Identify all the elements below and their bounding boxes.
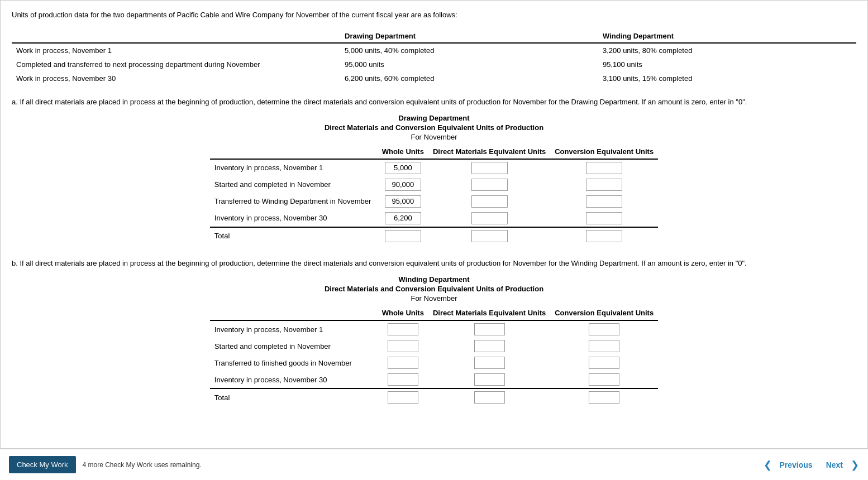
footer-remaining-text: 4 more Check My Work uses remaining. bbox=[83, 461, 202, 469]
section-a-total-dm[interactable] bbox=[471, 230, 508, 242]
section-a-row-4: Inventory in process, November 30 bbox=[210, 210, 658, 227]
section-b-col-dm: Direct Materials Equivalent Units bbox=[428, 307, 550, 320]
section-b-row4-dm[interactable] bbox=[474, 373, 505, 386]
winding-value: 3,100 units, 15% completed bbox=[598, 71, 856, 85]
section-b-row-1: Inventory in process, November 1 bbox=[210, 320, 658, 338]
section-a-row3-whole[interactable] bbox=[385, 195, 421, 208]
winding-dept-header: Winding Department bbox=[598, 30, 856, 43]
drawing-dept-header: Drawing Department bbox=[340, 30, 598, 43]
check-my-work-button[interactable]: Check My Work bbox=[9, 456, 76, 473]
section-a-row-2: Started and completed in November bbox=[210, 176, 658, 193]
drawing-value: 5,000 units, 40% completed bbox=[340, 43, 598, 57]
section-b-dept-title: Winding Department bbox=[12, 275, 856, 284]
section-b-instruction: b. If all direct materials are placed in… bbox=[12, 258, 856, 269]
previous-button[interactable]: Previous bbox=[774, 457, 818, 473]
next-chevron-icon: ❯ bbox=[851, 459, 859, 471]
section-a-row2-label: Started and completed in November bbox=[210, 176, 378, 193]
section-b-total-dm[interactable] bbox=[474, 391, 505, 404]
section-a-col-dm: Direct Materials Equivalent Units bbox=[428, 146, 550, 159]
section-a-row2-dm[interactable] bbox=[471, 179, 508, 191]
section-a-total-row: Total bbox=[210, 227, 658, 244]
row-label: Work in process, November 1 bbox=[12, 43, 340, 57]
section-b-row3-label: Transferred to finished goods in Novembe… bbox=[210, 354, 378, 371]
section-a-total-label: Total bbox=[210, 227, 378, 244]
drawing-value: 95,000 units bbox=[340, 57, 598, 71]
section-b-row1-conv[interactable] bbox=[589, 323, 619, 335]
table-row: Work in process, November 1 5,000 units,… bbox=[12, 43, 856, 57]
section-a-row4-conv[interactable] bbox=[586, 212, 622, 224]
section-b-row3-conv[interactable] bbox=[589, 357, 619, 369]
section-a-period: For November bbox=[12, 133, 856, 141]
winding-value: 95,100 units bbox=[598, 57, 856, 71]
section-b-row1-dm[interactable] bbox=[474, 323, 505, 335]
intro-text: Units of production data for the two dep… bbox=[12, 9, 856, 21]
section-a-row1-whole[interactable] bbox=[385, 162, 421, 174]
table-row: Completed and transferred to next proces… bbox=[12, 57, 856, 71]
section-a-row2-conv[interactable] bbox=[586, 179, 622, 191]
section-a-row-3: Transferred to Winding Department in Nov… bbox=[210, 193, 658, 210]
section-a-row1-conv[interactable] bbox=[586, 162, 622, 174]
section-b-row-2: Started and completed in November bbox=[210, 338, 658, 354]
section-a-col-conv: Conversion Equivalent Units bbox=[550, 146, 658, 159]
section-b-row2-dm[interactable] bbox=[474, 340, 505, 352]
section-b-col-whole: Whole Units bbox=[378, 307, 428, 320]
row-label: Completed and transferred to next proces… bbox=[12, 57, 340, 71]
section-a-table-title: Direct Materials and Conversion Equivale… bbox=[12, 123, 856, 132]
row-label: Work in process, November 30 bbox=[12, 71, 340, 85]
section-a-row2-whole[interactable] bbox=[385, 179, 421, 191]
section-b-row2-label: Started and completed in November bbox=[210, 338, 378, 354]
section-a-row4-label: Inventory in process, November 30 bbox=[210, 210, 378, 227]
section-b-row2-conv[interactable] bbox=[589, 340, 619, 352]
section-a-row1-label: Inventory in process, November 1 bbox=[210, 159, 378, 176]
footer: Check My Work 4 more Check My Work uses … bbox=[0, 449, 868, 480]
section-b-table-title: Direct Materials and Conversion Equivale… bbox=[12, 285, 856, 293]
section-b-row4-label: Inventory in process, November 30 bbox=[210, 371, 378, 388]
section-b-row-3: Transferred to finished goods in Novembe… bbox=[210, 354, 658, 371]
section-b-col-conv: Conversion Equivalent Units bbox=[550, 307, 658, 320]
section-b-row1-label: Inventory in process, November 1 bbox=[210, 320, 378, 338]
section-a-row1-dm[interactable] bbox=[471, 162, 508, 174]
section-b-row1-whole[interactable] bbox=[388, 323, 418, 335]
section-b-row4-conv[interactable] bbox=[589, 373, 619, 386]
section-a-total-whole[interactable] bbox=[385, 230, 421, 242]
winding-value: 3,200 units, 80% completed bbox=[598, 43, 856, 57]
section-a-table: Whole Units Direct Materials Equivalent … bbox=[210, 146, 658, 244]
section-a-instruction: a. If all direct materials are placed in… bbox=[12, 97, 856, 108]
section-a-row3-dm[interactable] bbox=[471, 195, 508, 208]
production-data-table: Drawing Department Winding Department Wo… bbox=[12, 30, 856, 85]
section-a-row-1: Inventory in process, November 1 bbox=[210, 159, 658, 176]
section-a-row3-label: Transferred to Winding Department in Nov… bbox=[210, 193, 378, 210]
section-a-row3-conv[interactable] bbox=[586, 195, 622, 208]
footer-right: ❮ Previous Next ❯ bbox=[764, 457, 860, 473]
section-b-row3-whole[interactable] bbox=[388, 357, 418, 369]
table-row: Work in process, November 30 6,200 units… bbox=[12, 71, 856, 85]
section-b-period: For November bbox=[12, 294, 856, 303]
section-a-row4-whole[interactable] bbox=[385, 212, 421, 224]
section-a-total-conv[interactable] bbox=[586, 230, 622, 242]
footer-left: Check My Work 4 more Check My Work uses … bbox=[9, 456, 202, 473]
section-b-row2-whole[interactable] bbox=[388, 340, 418, 352]
section-b-row3-dm[interactable] bbox=[474, 357, 505, 369]
section-b-table: Whole Units Direct Materials Equivalent … bbox=[210, 307, 658, 406]
drawing-value: 6,200 units, 60% completed bbox=[340, 71, 598, 85]
next-button[interactable]: Next bbox=[821, 457, 848, 473]
section-a-row4-dm[interactable] bbox=[471, 212, 508, 224]
section-b-row4-whole[interactable] bbox=[388, 373, 418, 386]
section-a-col-whole: Whole Units bbox=[378, 146, 428, 159]
section-b-total-whole[interactable] bbox=[388, 391, 418, 404]
previous-chevron-icon: ❮ bbox=[764, 459, 772, 471]
section-b-total-conv[interactable] bbox=[589, 391, 619, 404]
section-b-total-row: Total bbox=[210, 388, 658, 406]
section-b-row-4: Inventory in process, November 30 bbox=[210, 371, 658, 388]
section-a-dept-title: Drawing Department bbox=[12, 114, 856, 122]
section-b-total-label: Total bbox=[210, 388, 378, 406]
